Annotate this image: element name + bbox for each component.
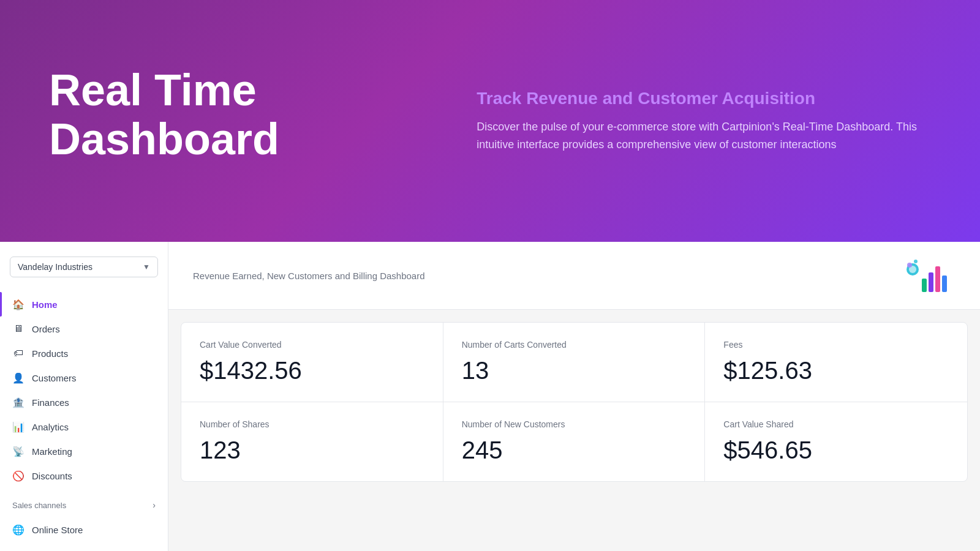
- orders-icon: 🖥: [12, 323, 24, 335]
- dashboard-header-text: Revenue Earned, New Customers and Billin…: [193, 271, 425, 281]
- stat-cart-value-converted: Cart Value Converted $1432.56: [181, 323, 443, 402]
- sidebar-item-analytics[interactable]: 📊 Analytics: [0, 414, 168, 439]
- finances-icon: 🏦: [12, 396, 24, 408]
- hero-description: Discover the pulse of your e-commerce st…: [477, 118, 931, 154]
- sidebar-item-online-store-label: Online Store: [32, 525, 83, 535]
- stat-label-3: Number of Shares: [200, 419, 424, 429]
- main-layout: Vandelay Industries ▼ 🏠 Home 🖥 Orders 🏷 …: [0, 242, 980, 551]
- sidebar-item-marketing[interactable]: 📡 Marketing: [0, 439, 168, 463]
- sidebar-item-orders[interactable]: 🖥 Orders: [0, 317, 168, 341]
- stat-fees: Fees $125.63: [705, 323, 967, 402]
- stat-value-0: $1432.56: [200, 357, 424, 384]
- chevron-down-icon: ▼: [143, 263, 150, 271]
- svg-rect-5: [942, 276, 947, 292]
- sidebar: Vandelay Industries ▼ 🏠 Home 🖥 Orders 🏷 …: [0, 242, 168, 551]
- sidebar-item-products[interactable]: 🏷 Products: [0, 341, 168, 365]
- stat-label-4: Number of New Customers: [462, 419, 687, 429]
- stat-shares: Number of Shares 123: [181, 402, 443, 481]
- hero-right: Track Revenue and Customer Acquisition D…: [428, 89, 931, 154]
- hero-section: Real TimeDashboard Track Revenue and Cus…: [0, 0, 980, 242]
- store-selector[interactable]: Vandelay Industries ▼: [10, 257, 158, 277]
- stat-new-customers: Number of New Customers 245: [443, 402, 706, 481]
- stats-grid: Cart Value Converted $1432.56 Number of …: [181, 322, 968, 482]
- stat-value-2: $125.63: [723, 357, 949, 384]
- stat-label-1: Number of Carts Converted: [462, 340, 687, 350]
- sidebar-item-discounts-label: Discounts: [32, 471, 72, 481]
- hero-subtitle: Track Revenue and Customer Acquisition: [477, 89, 931, 108]
- sidebar-item-analytics-label: Analytics: [32, 422, 69, 432]
- dashboard-illustration: [900, 254, 956, 297]
- stat-value-4: 245: [462, 437, 687, 464]
- products-icon: 🏷: [12, 347, 24, 359]
- analytics-icon: 📊: [12, 421, 24, 433]
- stat-label-5: Cart Value Shared: [723, 419, 949, 429]
- stat-cart-value-shared: Cart Value Shared $546.65: [705, 402, 967, 481]
- sidebar-item-products-label: Products: [32, 348, 68, 359]
- stat-value-1: 13: [462, 357, 687, 384]
- hero-left: Real TimeDashboard: [49, 66, 428, 175]
- customers-icon: 👤: [12, 372, 24, 384]
- sales-channels-label: Sales channels: [12, 501, 66, 510]
- sidebar-item-customers-label: Customers: [32, 373, 77, 383]
- svg-rect-2: [922, 279, 927, 292]
- stat-label-2: Fees: [723, 340, 949, 350]
- svg-rect-3: [929, 272, 933, 292]
- sidebar-item-finances-label: Finances: [32, 397, 69, 408]
- sidebar-item-finances[interactable]: 🏦 Finances: [0, 390, 168, 414]
- marketing-icon: 📡: [12, 445, 24, 457]
- online-store-icon: 🌐: [12, 523, 24, 536]
- hero-title: Real TimeDashboard: [49, 66, 428, 163]
- chevron-right-icon: ›: [153, 500, 156, 510]
- stat-value-3: 123: [200, 437, 424, 464]
- svg-point-6: [907, 263, 912, 268]
- home-icon: 🏠: [12, 298, 24, 310]
- content-area: Revenue Earned, New Customers and Billin…: [168, 242, 980, 551]
- sales-channels-section[interactable]: Sales channels ›: [0, 493, 168, 517]
- store-name: Vandelay Industries: [18, 262, 92, 272]
- sidebar-item-online-store[interactable]: 🌐 Online Store: [0, 517, 168, 542]
- discounts-icon: 🚫: [12, 470, 24, 482]
- svg-point-7: [914, 260, 918, 263]
- sidebar-item-home[interactable]: 🏠 Home: [0, 292, 168, 317]
- sidebar-item-discounts[interactable]: 🚫 Discounts: [0, 463, 168, 488]
- sidebar-item-marketing-label: Marketing: [32, 446, 72, 457]
- sidebar-item-orders-label: Orders: [32, 324, 60, 334]
- svg-rect-4: [935, 266, 940, 292]
- stat-label-0: Cart Value Converted: [200, 340, 424, 350]
- sidebar-item-customers[interactable]: 👤 Customers: [0, 365, 168, 390]
- dashboard-header: Revenue Earned, New Customers and Billin…: [168, 242, 980, 310]
- sidebar-item-home-label: Home: [32, 299, 58, 310]
- stat-carts-converted: Number of Carts Converted 13: [443, 323, 706, 402]
- stat-value-5: $546.65: [723, 437, 949, 464]
